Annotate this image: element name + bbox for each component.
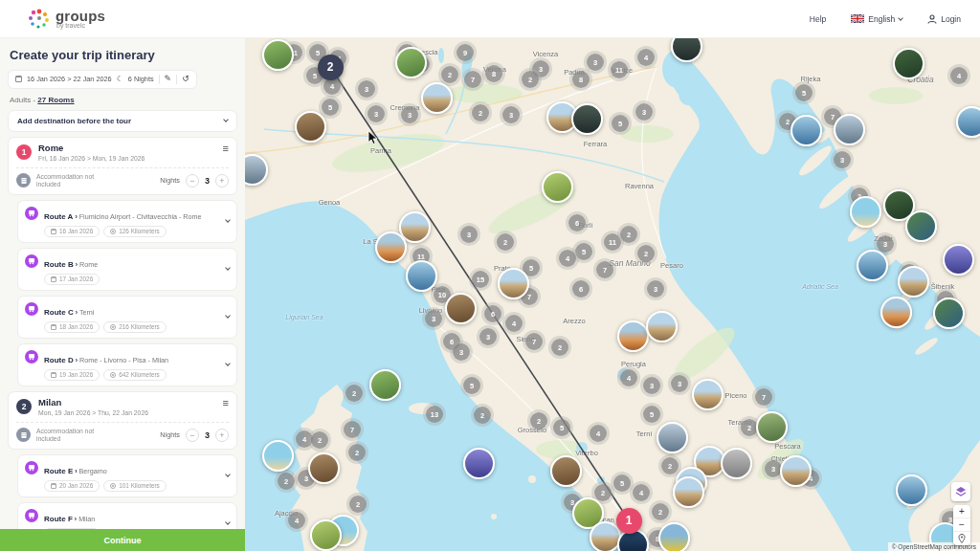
photo-marker[interactable] [850, 196, 881, 228]
cluster-marker[interactable]: 2 [661, 457, 679, 474]
photo-marker[interactable] [658, 522, 690, 551]
cluster-marker[interactable]: 4 [505, 315, 523, 332]
photo-marker[interactable] [310, 519, 342, 551]
photo-marker[interactable] [943, 244, 974, 276]
cluster-marker[interactable]: 4 [323, 77, 341, 95]
cluster-marker[interactable]: 3 [834, 151, 851, 168]
photo-marker[interactable] [463, 448, 495, 479]
cluster-marker[interactable]: 3 [460, 226, 478, 243]
cluster-marker[interactable]: 4 [288, 512, 305, 529]
cluster-marker[interactable]: 4 [637, 49, 655, 66]
photo-marker[interactable] [550, 455, 582, 487]
cluster-marker[interactable]: 2 [311, 431, 328, 449]
photo-marker[interactable] [498, 268, 529, 299]
menu-icon[interactable]: ≡ [223, 398, 229, 408]
cluster-marker[interactable]: 5 [612, 115, 629, 132]
photo-marker[interactable] [956, 106, 980, 138]
route-card-e[interactable]: Route E › Bergamo 20 Jan 2026 101 Kilome… [17, 454, 237, 497]
cluster-marker[interactable]: 3 [401, 106, 418, 123]
cluster-marker[interactable]: 5 [795, 84, 813, 101]
route-card-b[interactable]: Route B › Rome 17 Jan 2026 [17, 248, 237, 291]
photo-marker[interactable] [657, 422, 688, 453]
zoom-out-button[interactable]: − [953, 518, 970, 532]
recenter-pin-button[interactable] [953, 532, 970, 545]
add-destination-before[interactable]: Add destination before the tour [8, 110, 237, 132]
cluster-marker[interactable]: 2 [345, 385, 363, 402]
date-range-bar[interactable]: 16 Jan 2026 > 22 Jan 2026 ☾ 6 Nights ✎ ↺ [8, 70, 197, 89]
cluster-marker[interactable]: 8 [572, 71, 590, 88]
cluster-marker[interactable]: 7 [344, 421, 361, 438]
cluster-marker[interactable]: 3 [479, 328, 497, 345]
cluster-marker[interactable]: 7 [525, 333, 543, 350]
cluster-marker[interactable]: 5 [613, 474, 631, 492]
cluster-marker[interactable]: 3 [425, 310, 442, 327]
photo-marker[interactable] [721, 448, 752, 479]
cluster-marker[interactable]: 2 [441, 66, 458, 83]
menu-icon[interactable]: ≡ [223, 143, 229, 153]
photo-marker[interactable] [780, 455, 812, 487]
photo-marker[interactable] [617, 320, 649, 352]
photo-marker[interactable] [933, 298, 965, 329]
cluster-marker[interactable]: 7 [755, 388, 772, 406]
cluster-marker[interactable]: 2 [349, 496, 367, 513]
cluster-marker[interactable]: 3 [647, 280, 664, 298]
cluster-marker[interactable]: 7 [596, 261, 613, 278]
route-card-a[interactable]: Route A › Fiumicino Airport - Civitavecc… [17, 200, 237, 243]
photo-marker[interactable] [395, 47, 427, 78]
photo-marker[interactable] [673, 476, 704, 508]
photo-marker[interactable] [369, 369, 401, 401]
zoom-in-button[interactable]: + [953, 505, 970, 518]
cluster-marker[interactable]: 3 [587, 54, 604, 71]
cluster-marker[interactable]: 2 [594, 484, 612, 501]
photo-marker[interactable] [834, 114, 865, 145]
cluster-marker[interactable]: 2 [348, 444, 366, 461]
cluster-marker[interactable]: 2 [551, 339, 568, 356]
photo-marker[interactable] [245, 154, 268, 186]
photo-marker[interactable] [406, 260, 437, 292]
photo-marker[interactable] [896, 474, 927, 506]
reset-icon[interactable]: ↺ [182, 75, 189, 83]
photo-marker[interactable] [905, 210, 937, 242]
photo-marker[interactable] [262, 440, 294, 472]
cluster-marker[interactable]: 3 [368, 105, 385, 122]
cluster-marker[interactable]: 4 [620, 369, 637, 386]
cluster-marker[interactable]: 2 [472, 104, 489, 121]
cluster-marker[interactable]: 2 [637, 245, 655, 262]
cluster-marker[interactable]: 2 [474, 407, 491, 424]
route-card-d[interactable]: Route D › Rome - Livorno - Pisa - Milan … [17, 343, 237, 386]
photo-marker[interactable] [857, 250, 888, 281]
cluster-marker[interactable]: 3 [877, 235, 894, 253]
cluster-marker[interactable]: 2 [278, 473, 295, 490]
route-card-c[interactable]: Route C › Terni 18 Jan 2026 216 Kilomete… [17, 296, 237, 339]
language-selector[interactable]: English [851, 14, 902, 24]
route-card-f[interactable]: Route F › Milan 21 Jan 2026 [17, 502, 237, 530]
photo-marker[interactable] [898, 266, 929, 298]
cluster-marker[interactable]: 3 [358, 80, 375, 98]
photo-marker[interactable] [295, 111, 326, 143]
photo-marker[interactable] [880, 297, 912, 328]
cluster-marker[interactable]: 7 [464, 71, 481, 88]
cluster-marker[interactable]: 15 [472, 271, 489, 288]
cluster-marker[interactable]: 3 [453, 343, 470, 361]
cluster-marker[interactable]: 4 [590, 425, 607, 442]
photo-marker[interactable] [542, 171, 573, 203]
cluster-marker[interactable]: 4 [950, 67, 968, 84]
destination-marker-2[interactable]: 2 [318, 55, 344, 80]
cluster-marker[interactable]: 6 [568, 214, 586, 231]
cluster-marker[interactable]: 13 [426, 406, 443, 423]
cluster-marker[interactable]: 3 [502, 106, 520, 123]
cluster-marker[interactable]: 5 [643, 406, 660, 423]
cluster-marker[interactable]: 3 [671, 375, 688, 392]
login-button[interactable]: Login [927, 14, 961, 24]
cluster-marker[interactable]: 6 [484, 305, 501, 322]
cluster-marker[interactable]: 3 [643, 377, 660, 394]
cluster-marker[interactable]: 9 [457, 44, 474, 61]
photo-marker[interactable] [445, 293, 477, 324]
continue-button[interactable]: Continue [0, 529, 245, 551]
cluster-marker[interactable]: 5 [575, 243, 592, 260]
photo-marker[interactable] [262, 39, 294, 71]
edit-dates-icon[interactable]: ✎ [165, 75, 172, 83]
photo-marker[interactable] [421, 82, 453, 114]
photo-marker[interactable] [571, 103, 603, 135]
nights-decrement-button[interactable]: − [186, 429, 199, 442]
